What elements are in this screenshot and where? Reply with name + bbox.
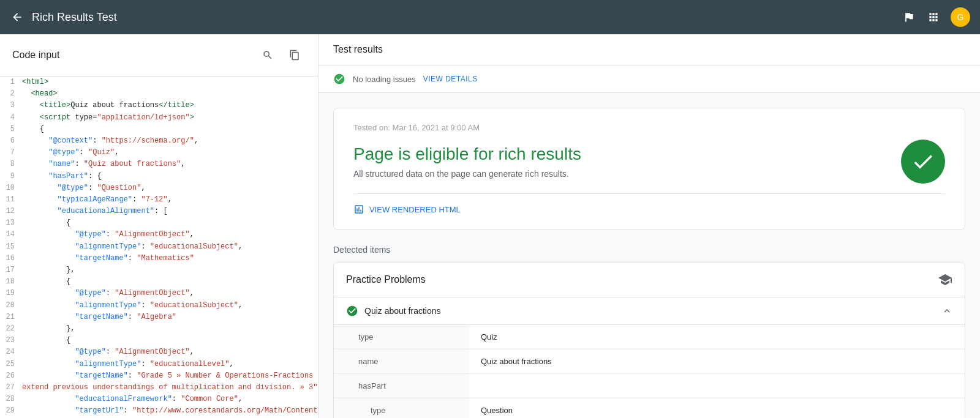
data-value: [469, 374, 965, 398]
code-line: 16 "targetName": "Mathematics": [0, 253, 318, 264]
code-line: 17 },: [0, 264, 318, 276]
topbar-right: G: [902, 7, 970, 27]
code-line: 26 "targetName": "Grade 5 » Number & Ope…: [0, 370, 318, 382]
code-line: 27extend previous understandings of mult…: [0, 382, 318, 394]
test-results-title: Test results: [333, 44, 383, 54]
data-row-haspart: hasPart: [334, 374, 965, 398]
code-line: 19 "@type": "AlignmentObject",: [0, 288, 318, 299]
card-text: Page is eligible for rich results All st…: [353, 144, 886, 179]
code-line: 2 <head>: [0, 88, 318, 100]
card-body: Page is eligible for rich results All st…: [353, 140, 945, 184]
test-results-header: Test results: [318, 34, 980, 65]
code-line: 9 "hasPart": {: [0, 171, 318, 182]
code-line: 8 "name": "Quiz about fractions",: [0, 159, 318, 170]
results-content: Tested on: Mar 16, 2021 at 9:00 AM Page …: [318, 93, 980, 418]
copy-button[interactable]: [284, 44, 306, 66]
code-line: 20 "alignmentType": "educationalSubject"…: [0, 300, 318, 312]
code-line: 24 "@type": "AlignmentObject",: [0, 346, 318, 358]
app-title: Rich Results Test: [32, 11, 117, 24]
data-row-type: type Quiz: [334, 325, 965, 349]
status-text: No loading issues: [353, 75, 416, 84]
checkmark-icon: [911, 149, 935, 174]
code-line: 21 "targetName": "Algebra": [0, 312, 318, 323]
code-line: 18 {: [0, 276, 318, 288]
code-input-header: Code input: [0, 34, 318, 77]
right-panel: Test results No loading issues VIEW DETA…: [318, 34, 980, 418]
avatar-initials: G: [957, 12, 964, 22]
code-line: 1<html>: [0, 77, 318, 88]
code-input-title: Code input: [12, 50, 59, 61]
back-button[interactable]: [10, 10, 24, 24]
avatar[interactable]: G: [951, 7, 970, 27]
quiz-item-row[interactable]: Quiz about fractions: [334, 297, 965, 325]
eligible-title: Page is eligible for rich results: [353, 144, 886, 164]
main-content: Code input 1<html> 2 <head> 3 <title>Qui…: [0, 34, 980, 418]
eligible-card: Tested on: Mar 16, 2021 at 9:00 AM Page …: [333, 108, 965, 230]
data-value: Quiz: [469, 325, 965, 349]
code-line: 10 "@type": "Question",: [0, 182, 318, 194]
data-value: Quiz about fractions: [469, 349, 965, 373]
code-line: 23 {: [0, 335, 318, 346]
code-line: 14 "@type": "AlignmentObject",: [0, 229, 318, 241]
practice-header: Practice Problems: [334, 263, 965, 297]
code-line: 15 "alignmentType": "educationalSubject"…: [0, 241, 318, 253]
view-rendered-html-link[interactable]: VIEW RENDERED HTML: [369, 205, 461, 214]
item-row-left: Quiz about fractions: [346, 305, 441, 317]
code-area[interactable]: 1<html> 2 <head> 3 <title>Quiz about fra…: [0, 77, 318, 418]
left-panel: Code input 1<html> 2 <head> 3 <title>Qui…: [0, 34, 318, 418]
rendered-html-icon: [353, 204, 364, 215]
code-line: 5 {: [0, 124, 318, 135]
apps-icon[interactable]: [926, 10, 941, 24]
practice-card: Practice Problems Quiz about fractions: [333, 262, 965, 418]
code-line: 12 "educationalAlignment": [: [0, 206, 318, 217]
tested-on-text: Tested on: Mar 16, 2021 at 9:00 AM: [353, 123, 945, 132]
code-line: 4 <script type="application/ld+json">: [0, 112, 318, 124]
status-bar: No loading issues VIEW DETAILS: [318, 65, 980, 93]
code-header-actions: [257, 44, 306, 66]
chevron-up-icon: [941, 305, 952, 316]
detected-items-label: Detected items: [333, 245, 965, 255]
card-footer: VIEW RENDERED HTML: [353, 193, 945, 215]
data-key: type: [334, 325, 469, 349]
code-line: 6 "@context": "https://schema.org/",: [0, 135, 318, 147]
data-key: hasPart: [334, 374, 469, 398]
graduation-icon: [938, 272, 952, 287]
eligible-subtitle: All structured data on the page can gene…: [353, 169, 886, 179]
data-key: type: [334, 398, 469, 418]
code-line: 7 "@type": "Quiz",: [0, 147, 318, 159]
status-check-icon: [333, 73, 345, 85]
topbar: Rich Results Test G: [0, 0, 980, 34]
data-value: Question: [469, 398, 965, 418]
code-line: 3 <title>Quiz about fractions</title>: [0, 100, 318, 111]
data-row-type-sub: type Question: [334, 398, 965, 418]
flag-icon[interactable]: [902, 10, 916, 24]
view-details-link[interactable]: VIEW DETAILS: [423, 75, 478, 83]
search-button[interactable]: [257, 44, 279, 66]
check-circle-icon: [901, 140, 945, 184]
code-line: 25 "alignmentType": "educationalLevel",: [0, 359, 318, 370]
data-key: name: [334, 349, 469, 373]
code-line: 13 {: [0, 217, 318, 229]
code-line: 29 "targetUrl": "http://www.corestandard…: [0, 405, 318, 417]
item-name: Quiz about fractions: [364, 306, 441, 316]
practice-title: Practice Problems: [346, 274, 426, 285]
data-row-name: name Quiz about fractions: [334, 349, 965, 374]
code-line: 22 },: [0, 323, 318, 335]
item-check-icon: [346, 305, 358, 317]
topbar-left: Rich Results Test: [10, 10, 117, 24]
code-line: 11 "typicalAgeRange": "7-12",: [0, 194, 318, 206]
code-line: 28 "educationalFramework": "Common Core"…: [0, 394, 318, 405]
